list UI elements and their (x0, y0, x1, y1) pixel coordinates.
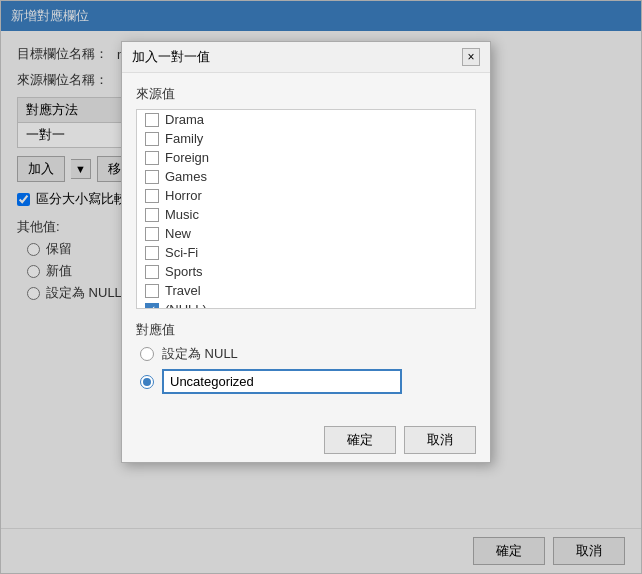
inner-dialog-title: 加入一對一值 (132, 48, 210, 66)
source-item-label: Horror (165, 188, 202, 203)
inner-confirm-button[interactable]: 確定 (324, 426, 396, 454)
inner-close-button[interactable]: × (462, 48, 480, 66)
list-item[interactable]: Sci-Fi (137, 243, 475, 262)
checkbox-sports[interactable] (145, 265, 159, 279)
list-item[interactable]: ✓ (NULL) (137, 300, 475, 309)
source-list[interactable]: Drama Family Foreign Games (136, 109, 476, 309)
source-item-label: (NULL) (165, 302, 207, 309)
inner-dialog: 加入一對一值 × 來源值 Drama Family Fo (121, 41, 491, 463)
inner-titlebar: 加入一對一值 × (122, 42, 490, 73)
checkbox-null[interactable]: ✓ (145, 303, 159, 310)
checkbox-horror[interactable] (145, 189, 159, 203)
dest-section: 對應值 設定為 NULL (136, 321, 476, 394)
source-item-label: New (165, 226, 191, 241)
dest-radio-group: 設定為 NULL (140, 345, 476, 394)
source-item-label: Sports (165, 264, 203, 279)
checkbox-family[interactable] (145, 132, 159, 146)
dest-value-radio[interactable] (140, 375, 154, 389)
list-item[interactable]: Games (137, 167, 475, 186)
inner-cancel-button[interactable]: 取消 (404, 426, 476, 454)
source-item-label: Sci-Fi (165, 245, 198, 260)
source-item-label: Games (165, 169, 207, 184)
source-item-label: Travel (165, 283, 201, 298)
source-item-label: Family (165, 131, 203, 146)
source-section-label: 來源值 (136, 85, 476, 103)
source-item-label: Foreign (165, 150, 209, 165)
inner-footer: 確定 取消 (122, 418, 490, 462)
source-item-label: Music (165, 207, 199, 222)
checkbox-scifi[interactable] (145, 246, 159, 260)
list-item[interactable]: Foreign (137, 148, 475, 167)
list-item[interactable]: Family (137, 129, 475, 148)
list-item[interactable]: Horror (137, 186, 475, 205)
dest-value-input[interactable] (162, 369, 402, 394)
checkbox-travel[interactable] (145, 284, 159, 298)
outer-dialog: 新增對應欄位 目標欄位名稱： mapped_category_names 來源欄… (0, 0, 642, 574)
checkbox-new[interactable] (145, 227, 159, 241)
list-item[interactable]: Music (137, 205, 475, 224)
checkbox-foreign[interactable] (145, 151, 159, 165)
list-item[interactable]: Drama (137, 110, 475, 129)
dest-null-label: 設定為 NULL (162, 345, 238, 363)
dest-section-label: 對應值 (136, 321, 476, 339)
checkbox-games[interactable] (145, 170, 159, 184)
list-item[interactable]: Travel (137, 281, 475, 300)
list-item[interactable]: Sports (137, 262, 475, 281)
checkbox-music[interactable] (145, 208, 159, 222)
dest-null-row: 設定為 NULL (140, 345, 476, 363)
dest-null-radio[interactable] (140, 347, 154, 361)
list-item[interactable]: New (137, 224, 475, 243)
dest-value-row (140, 369, 476, 394)
checkbox-drama[interactable] (145, 113, 159, 127)
source-item-label: Drama (165, 112, 204, 127)
inner-content: 來源值 Drama Family Foreign (122, 73, 490, 418)
